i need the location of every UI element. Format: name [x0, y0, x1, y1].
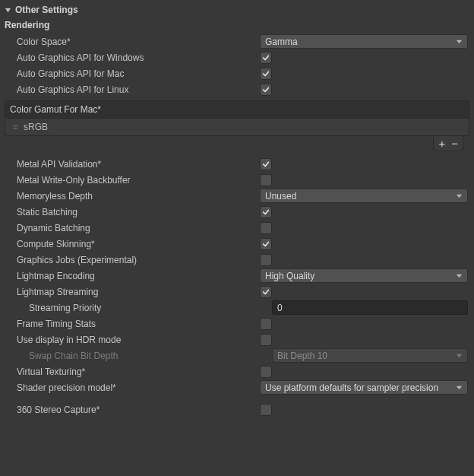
- row-auto-api-windows: Auto Graphics API for Windows: [0, 49, 474, 65]
- list-item-label: sRGB: [24, 122, 48, 132]
- label-metal-write-only: Metal Write-Only Backbuffer: [17, 175, 260, 186]
- chevron-down-icon: [455, 384, 463, 391]
- checkbox-frame-timing[interactable]: [260, 318, 272, 330]
- checkbox-compute-skinning[interactable]: [260, 238, 272, 250]
- row-auto-api-mac: Auto Graphics API for Mac: [0, 65, 474, 81]
- label-virtual-texturing: Virtual Texturing*: [17, 367, 260, 377]
- row-static-batching: Static Batching: [0, 204, 474, 220]
- dropdown-lightmap-encoding[interactable]: High Quality: [260, 268, 468, 283]
- checkbox-graphics-jobs[interactable]: [260, 254, 272, 266]
- label-streaming-priority: Streaming Priority: [17, 303, 272, 313]
- checkbox-stereo-capture[interactable]: [260, 404, 272, 416]
- checkbox-metal-api-validation[interactable]: [260, 158, 272, 170]
- checkbox-hdr-mode[interactable]: [260, 334, 272, 346]
- input-streaming-priority[interactable]: 0: [272, 300, 468, 315]
- label-hdr-mode: Use display in HDR mode: [17, 335, 260, 345]
- label-compute-skinning: Compute Skinning*: [17, 239, 260, 249]
- checkbox-auto-api-windows[interactable]: [260, 52, 272, 64]
- foldout-arrow-icon: [5, 7, 12, 14]
- row-hdr-mode: Use display in HDR mode: [0, 332, 474, 347]
- other-settings-panel: Other Settings Rendering Color Space* Ga…: [0, 0, 474, 417]
- dropdown-value: Use platform defaults for sampler precis…: [265, 382, 455, 393]
- section-header[interactable]: Other Settings: [0, 3, 474, 18]
- row-auto-api-linux: Auto Graphics API for Linux: [0, 81, 474, 97]
- label-auto-api-linux: Auto Graphics API for Linux: [17, 84, 260, 95]
- checkbox-virtual-texturing[interactable]: [260, 366, 272, 378]
- remove-button[interactable]: −: [451, 138, 458, 149]
- row-metal-write-only: Metal Write-Only Backbuffer: [0, 172, 474, 188]
- row-stereo-capture: 360 Stereo Capture*: [0, 401, 474, 417]
- dropdown-value: High Quality: [265, 271, 455, 281]
- row-lightmap-streaming: Lightmap Streaming: [0, 284, 474, 300]
- color-gamut-header: Color Gamut For Mac*: [5, 101, 469, 119]
- checkbox-auto-api-mac[interactable]: [260, 68, 272, 80]
- list-footer-buttons: + −: [433, 136, 463, 151]
- chevron-down-icon: [455, 38, 463, 45]
- label-lightmap-streaming: Lightmap Streaming: [17, 287, 260, 297]
- label-graphics-jobs: Graphics Jobs (Experimental): [17, 255, 260, 265]
- list-item[interactable]: = sRGB: [5, 119, 469, 135]
- drag-handle-icon: =: [10, 122, 21, 132]
- label-static-batching: Static Batching: [17, 207, 260, 217]
- row-swap-chain: Swap Chain Bit Depth Bit Depth 10: [0, 347, 474, 363]
- row-metal-api-validation: Metal API Validation*: [0, 156, 474, 172]
- dropdown-color-space[interactable]: Gamma: [260, 34, 468, 49]
- checkbox-dynamic-batching[interactable]: [260, 222, 272, 234]
- rendering-subheader: Rendering: [0, 18, 474, 33]
- row-memoryless-depth: Memoryless Depth Unused: [0, 188, 474, 204]
- dropdown-shader-precision[interactable]: Use platform defaults for sampler precis…: [260, 380, 468, 395]
- row-graphics-jobs: Graphics Jobs (Experimental): [0, 252, 474, 268]
- row-virtual-texturing: Virtual Texturing*: [0, 363, 474, 379]
- input-value: 0: [277, 303, 283, 313]
- row-frame-timing: Frame Timing Stats: [0, 316, 474, 332]
- chevron-down-icon: [455, 352, 463, 359]
- add-button[interactable]: +: [438, 138, 445, 149]
- checkbox-metal-write-only[interactable]: [260, 174, 272, 186]
- label-shader-precision: Shader precision model*: [17, 382, 260, 393]
- row-shader-precision: Shader precision model* Use platform def…: [0, 379, 474, 395]
- row-color-space: Color Space* Gamma: [0, 33, 474, 49]
- row-lightmap-encoding: Lightmap Encoding High Quality: [0, 268, 474, 284]
- label-auto-api-mac: Auto Graphics API for Mac: [17, 68, 260, 79]
- dropdown-value: Gamma: [265, 36, 455, 47]
- label-swap-chain: Swap Chain Bit Depth: [17, 351, 272, 361]
- row-compute-skinning: Compute Skinning*: [0, 236, 474, 252]
- checkbox-lightmap-streaming[interactable]: [260, 286, 272, 298]
- label-stereo-capture: 360 Stereo Capture*: [17, 405, 260, 415]
- section-header-title: Other Settings: [15, 5, 78, 15]
- list-footer: + −: [5, 136, 469, 151]
- label-memoryless-depth: Memoryless Depth: [17, 191, 260, 202]
- dropdown-memoryless-depth[interactable]: Unused: [260, 189, 468, 203]
- row-streaming-priority: Streaming Priority 0: [0, 300, 474, 316]
- label-color-space: Color Space*: [17, 36, 260, 47]
- label-lightmap-encoding: Lightmap Encoding: [17, 271, 260, 281]
- color-gamut-list: Color Gamut For Mac* = sRGB: [5, 100, 469, 136]
- dropdown-swap-chain: Bit Depth 10: [272, 348, 468, 363]
- label-auto-api-windows: Auto Graphics API for Windows: [17, 52, 260, 63]
- label-metal-api-validation: Metal API Validation*: [17, 159, 260, 170]
- label-frame-timing: Frame Timing Stats: [17, 319, 260, 329]
- checkbox-auto-api-linux[interactable]: [260, 84, 272, 96]
- chevron-down-icon: [455, 192, 463, 199]
- chevron-down-icon: [455, 272, 463, 279]
- label-dynamic-batching: Dynamic Batching: [17, 223, 260, 233]
- checkbox-static-batching[interactable]: [260, 206, 272, 218]
- dropdown-value: Bit Depth 10: [277, 351, 455, 361]
- dropdown-value: Unused: [265, 191, 455, 202]
- row-dynamic-batching: Dynamic Batching: [0, 220, 474, 236]
